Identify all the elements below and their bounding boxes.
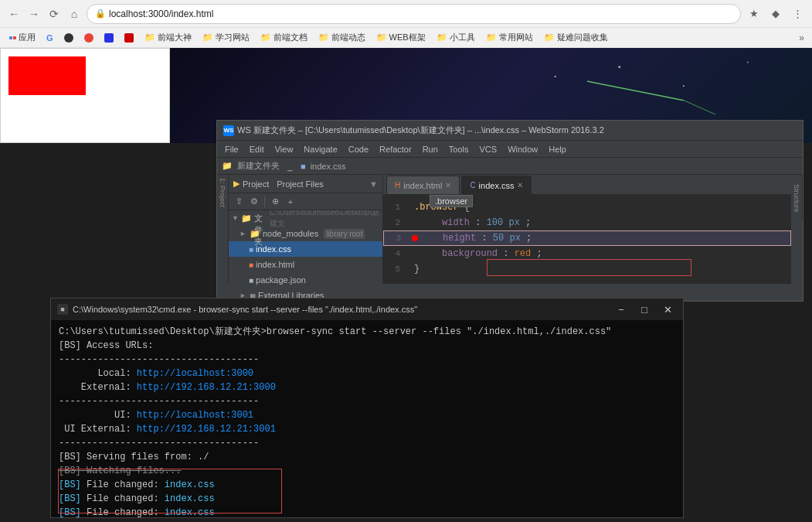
folder2-icon: 📁 (202, 32, 213, 43)
semi-3: ; (536, 248, 542, 259)
separator-2-text: ------------------------------------ (59, 396, 259, 407)
bookmark-baidu[interactable] (100, 32, 118, 44)
project-folder-icon: ▶ (233, 179, 240, 189)
home-button[interactable]: ⌂ (66, 6, 82, 22)
prop-height: height (443, 233, 476, 244)
ui-external-url-link[interactable]: http://192.168.12.21:3001 (137, 424, 276, 435)
changed-text-1: [BS] (59, 479, 81, 490)
tab-css-label: index.css (479, 181, 515, 190)
bookmark-folder3[interactable]: 📁 前端文档 (256, 30, 312, 45)
val-red: red (515, 248, 532, 259)
bookmark-folder7[interactable]: 📁 常用网站 (481, 30, 538, 45)
cmd-close-button[interactable]: ✕ (658, 302, 677, 316)
bookmark-folder8[interactable]: 📁 疑难问题收集 (539, 30, 613, 45)
folder4-icon: 📁 (318, 32, 329, 43)
tree-index-html[interactable]: ■ index.html (229, 257, 382, 272)
cmd-icon: ■ (57, 304, 68, 315)
folder8-icon: 📁 (544, 32, 555, 43)
spaces2 (415, 233, 437, 244)
menu-edit[interactable]: Edit (245, 143, 269, 155)
browser-content-area (0, 48, 170, 143)
ui-url-link[interactable]: http://localhost:3001 (137, 410, 253, 421)
separator-3-text: ------------------------------------ (59, 438, 259, 449)
breadcrumb-separator: ⎯ (287, 162, 293, 171)
webstorm-title: WS 新建文件夹 – [C:\Users\tutumissed\Desktop\… (237, 125, 604, 136)
bookmark-s[interactable] (80, 32, 98, 44)
index-css-label: index.css (256, 244, 291, 254)
address-bar[interactable]: 🔒 localhost:3000/index.html (87, 4, 741, 24)
menu-help[interactable]: Help (544, 143, 571, 155)
unit-px-2: px (509, 233, 520, 244)
line-num-1: 1 (383, 203, 406, 212)
bookmark-folder6[interactable]: 📁 小工具 (432, 30, 480, 45)
tab-index-css[interactable]: C index.css ✕ (461, 176, 532, 194)
browser-toolbar: ← → ⟳ ⌂ 🔒 localhost:3000/index.html ★ ◆ … (0, 0, 812, 28)
collapse-all-btn[interactable]: ⇧ (232, 195, 246, 209)
structure-label[interactable]: Structure (791, 175, 803, 221)
s-icon (84, 33, 93, 43)
bookmarks-more-button[interactable]: » (796, 31, 807, 45)
package-json-label: package.json (256, 275, 306, 285)
external-url-link[interactable]: http://192.168.12.21:3000 (137, 382, 276, 393)
tab-css-close[interactable]: ✕ (517, 181, 523, 189)
line-content-4: background : red ; (406, 248, 791, 259)
css-icon-header: ■ (301, 162, 306, 171)
breadcrumb-file: index.css (311, 162, 346, 171)
bookmark-folder5[interactable]: 📁 WEB框架 (372, 30, 430, 45)
bookmark-github[interactable] (59, 32, 78, 44)
local-url-link[interactable]: http://localhost:3000 (137, 368, 253, 379)
colon-3: : (503, 248, 514, 259)
tree-index-css[interactable]: ■ index.css (229, 241, 382, 257)
changed-file-3: index.css (165, 507, 215, 517)
menu-code[interactable]: Code (344, 143, 373, 155)
bookmark-apps[interactable]: 应用 (5, 30, 40, 45)
prop-background: background (442, 248, 498, 259)
changed-file-2: index.css (165, 493, 215, 504)
settings-btn[interactable]: ⚙ (247, 195, 261, 209)
ws-project-header: 📁 新建文件夹 ⎯ ■ index.css (217, 158, 803, 175)
expand-btn[interactable]: + (284, 195, 297, 209)
project-expand-btn[interactable]: ▼ (369, 179, 378, 189)
menu-refactor[interactable]: Refactor (375, 143, 416, 155)
chrome-menu-button[interactable]: ⋮ (789, 5, 806, 22)
separator-1-text: ------------------------------------ (59, 354, 259, 365)
modules-folder-icon: 📁 (250, 229, 260, 239)
menu-navigate[interactable]: Navigate (299, 143, 341, 155)
webstorm-window: WS WS 新建文件夹 – [C:\Users\tutumissed\Deskt… (216, 120, 804, 302)
tab-css-icon: C (470, 181, 475, 189)
bookmark-folder4[interactable]: 📁 前端动态 (314, 30, 370, 45)
menu-vcs[interactable]: VCS (475, 143, 502, 155)
changed-file-1: index.css (165, 479, 215, 490)
error-indicator (412, 235, 418, 241)
webstorm-logo: WS (223, 125, 234, 136)
cmd-separator-2: ------------------------------------ (59, 394, 675, 408)
project-vertical-label[interactable]: 1: Project (217, 175, 229, 284)
back-button[interactable]: ← (6, 6, 22, 22)
forward-button[interactable]: → (26, 6, 42, 22)
scroll-from-source-btn[interactable]: ⊕ (268, 195, 282, 209)
menu-window[interactable]: Window (503, 143, 542, 155)
bookmark-star-button[interactable]: ★ (746, 5, 763, 22)
bookmark-g[interactable]: G (42, 32, 58, 44)
cmd-separator-1: ------------------------------------ (59, 353, 675, 367)
menu-file[interactable]: File (220, 143, 243, 155)
unit-px-1: px (508, 217, 519, 228)
menu-run[interactable]: Run (418, 143, 443, 155)
project-files-label: Project Files (277, 179, 324, 189)
css-file-icon: ■ (249, 245, 253, 254)
tree-root[interactable]: ▼ 📁 新建文件夹 C:\Users\tutumissed\Desktop\新建… (229, 210, 382, 226)
reload-button[interactable]: ⟳ (46, 6, 62, 22)
tab-index-html[interactable]: H index.html ✕ (386, 176, 460, 194)
menu-view[interactable]: View (270, 143, 298, 155)
root-arrow: ▼ (232, 214, 239, 222)
menu-tools[interactable]: Tools (444, 143, 474, 155)
cmd-minimize-button[interactable]: − (612, 302, 630, 316)
bookmark-folder1[interactable]: 📁 前端大神 (140, 30, 196, 45)
bookmark-folder2[interactable]: 📁 学习网站 (198, 30, 254, 45)
tab-html-close[interactable]: ✕ (445, 181, 451, 189)
bookmark-zhihu[interactable] (120, 32, 138, 44)
line-num-3: 3 (384, 234, 407, 243)
tree-package-json[interactable]: ■ package.json (229, 272, 382, 288)
extension-button[interactable]: ◆ (767, 5, 784, 22)
cmd-maximize-button[interactable]: □ (635, 302, 654, 316)
